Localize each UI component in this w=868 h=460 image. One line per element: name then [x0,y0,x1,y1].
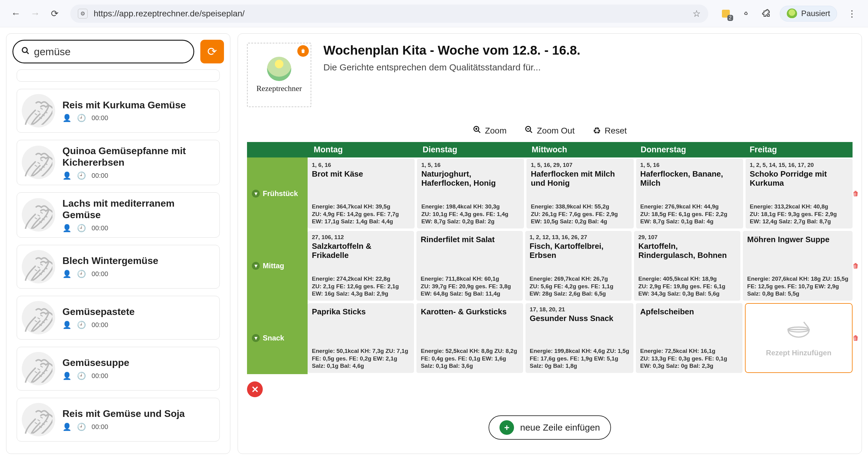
allergen-codes: 1, 5, 16 [421,162,520,168]
extensions-icon[interactable] [760,7,772,20]
recipe-card[interactable]: Gemüsepastete👤🕘00:00 [17,296,220,340]
bookmark-icon[interactable]: ☆ [692,8,701,19]
reload-button[interactable]: ⟳ [48,7,61,20]
delete-row-button[interactable] [851,189,861,198]
zoom-out-button[interactable]: Zoom Out [525,125,574,136]
address-bar[interactable]: ⚙ https://app.rezeptrechner.de/speisepla… [70,4,708,23]
nutrition-block: Energie: 72,5kcal KH: 16,1gZU: 13,3g FE:… [640,347,738,370]
person-icon: 👤 [62,114,71,122]
allergen-codes: 17, 18, 20, 21 [530,306,629,313]
add-recipe-cell[interactable]: Rezept Hinzufügen [745,303,852,373]
allergen-codes: 1, 5, 16, 29, 107 [531,162,629,168]
plan-title[interactable]: Wochenplan Kita - Woche vom 12.8. - 16.8… [323,43,852,58]
recipe-thumb-icon [22,352,55,385]
dish-name: Gesunder Nuss Snack [530,314,629,323]
meal-cell[interactable]: 17, 18, 20, 21Gesunder Nuss SnackEnergie… [526,303,633,373]
nutrition-block: Energie: 52,5kcal KH: 8,8g ZU: 8,2gFE: 0… [421,347,519,370]
recipe-meta: 👤🕘00:00 [62,270,212,278]
dish-name: Haferflocken mit Milch und Honig [531,170,629,188]
close-fab[interactable]: ✕ [247,381,263,397]
profile-chip[interactable]: Pausiert [780,6,837,22]
zoom-reset-button[interactable]: ♻ Reset [593,125,627,136]
url-text: https://app.rezeptrechner.de/speiseplan/ [94,9,245,19]
person-icon: 👤 [62,270,71,278]
clock-icon: 🕘 [77,114,86,122]
person-icon: 👤 [62,372,71,380]
recipe-sidebar: ⟳ Reis mit Kurkuma Gemüse👤🕘00:00Quinoa G… [6,33,230,454]
allergen-codes: 27, 106, 112 [312,234,410,240]
dish-name: Möhren Ingwer Suppe [747,235,848,244]
recycle-icon[interactable]: ♻ [740,7,752,20]
meal-cell[interactable]: 27, 106, 112Salzkartoffeln & FrikadelleE… [308,231,414,301]
clock-icon: 🕘 [77,372,86,380]
delete-logo-button[interactable] [297,45,309,57]
meal-cell[interactable]: 1, 6, 16Brot mit KäseEnergie: 364,7kcal … [308,159,414,229]
day-header: Dienstag [417,142,526,157]
recipe-card[interactable]: Reis mit Gemüse und Soja👤🕘00:00 [17,398,220,441]
plan-grid: MontagDienstagMittwochDonnerstagFreitag … [247,142,852,374]
meal-cell[interactable]: Paprika SticksEnergie: 50,1kcal KH: 7,3g… [308,303,414,373]
recipe-card[interactable]: Lachs mit mediterranem Gemüse👤🕘00:00 [17,192,220,237]
meal-cell[interactable]: Karotten- & GurksticksEnergie: 52,5kcal … [416,303,523,373]
add-recipe-label: Rezept Hinzufügen [766,349,831,357]
allergen-codes: 1, 2, 12, 13, 16, 26, 27 [529,234,627,240]
recipe-card-partial[interactable] [17,69,220,82]
add-row-button[interactable]: + neue Zeile einfügen [489,415,611,440]
zoom-in-button[interactable]: Zoom [473,125,507,136]
dish-name: Fisch, Kartoffelbrei, Erbsen [529,242,627,260]
recipe-meta: 👤🕘00:00 [62,171,212,180]
refresh-recipes-button[interactable]: ⟳ [200,40,224,63]
person-icon: 👤 [62,224,71,232]
profile-status: Pausiert [801,9,830,18]
recipe-title: Gemüsepastete [62,306,212,317]
forward-button[interactable]: → [29,7,42,20]
meal-cell[interactable]: 1, 2, 5, 14, 15, 16, 17, 20Schoko Porrid… [746,159,852,229]
allergen-codes: 1, 2, 5, 14, 15, 16, 17, 20 [750,162,848,168]
recipe-card[interactable]: Gemüsesuppe👤🕘00:00 [17,347,220,391]
recipe-meta: 👤🕘00:00 [62,224,212,232]
row-label[interactable]: ▾Frühstück [247,157,308,230]
plan-subtitle[interactable]: Die Gerichte entsprechen dem Qualitätsst… [323,62,852,73]
svg-point-0 [23,47,27,52]
recipe-title: Reis mit Kurkuma Gemüse [62,99,212,111]
recipe-card[interactable]: Quinoa Gemüsepfanne mit Kichererbsen👤🕘00… [17,140,220,185]
nutrition-block: Energie: 274,2kcal KH: 22,8gZU: 2,1g FE:… [312,275,410,298]
dish-name: Haferflocken, Banane, Milch [641,170,739,188]
meal-cell[interactable]: 1, 5, 16Haferflocken, Banane, MilchEnerg… [636,159,743,229]
meal-cell[interactable]: 1, 5, 16, 29, 107Haferflocken mit Milch … [526,159,633,229]
back-button[interactable]: ← [9,7,23,20]
meal-cell[interactable]: 1, 2, 12, 13, 16, 26, 27Fisch, Kartoffel… [525,231,631,301]
recipe-list[interactable]: Reis mit Kurkuma Gemüse👤🕘00:00Quinoa Gem… [12,69,224,454]
delete-row-button[interactable] [851,261,861,271]
chevron-down-icon[interactable]: ▾ [252,262,260,270]
plan-row: ▾SnackPaprika SticksEnergie: 50,1kcal KH… [247,302,852,374]
meal-cell[interactable]: 1, 5, 16Naturjoghurt, Haferflocken, Honi… [417,159,524,229]
recipe-title: Lachs mit mediterranem Gemüse [62,198,212,221]
recipe-card[interactable]: Reis mit Kurkuma Gemüse👤🕘00:00 [17,89,220,133]
nutrition-block: Energie: 207,6kcal KH: 18g ZU: 15,5gFE: … [747,275,848,298]
svg-line-7 [530,131,532,133]
recipe-card[interactable]: Blech Wintergemüse👤🕘00:00 [17,245,220,289]
delete-row-button[interactable] [851,333,861,343]
row-label[interactable]: ▾Mittag [247,230,308,302]
plan-logo-box[interactable]: Rezeptrechner [247,43,311,107]
meal-cell[interactable]: ApfelscheibenEnergie: 72,5kcal KH: 16,1g… [636,303,742,373]
zoom-in-icon [473,125,481,136]
meal-cell[interactable]: Möhren Ingwer SuppeEnergie: 207,6kcal KH… [743,231,852,301]
chevron-down-icon[interactable]: ▾ [252,190,260,198]
meal-cell[interactable]: Rinderfilet mit SalatEnergie: 711,8kcal … [416,231,523,301]
search-input[interactable] [34,46,185,58]
collections-icon[interactable]: 2 [720,7,732,20]
recipe-time: 00:00 [92,114,108,122]
dish-name: Kartoffeln, Rindergulasch, Bohnen [638,242,736,260]
row-label[interactable]: ▾Snack [247,302,308,374]
site-info-icon[interactable]: ⚙ [78,9,88,19]
nutrition-block: Energie: 198,4kcal KH: 30,3gZU: 10,1g FE… [421,203,520,226]
plan-editor: Rezeptrechner Wochenplan Kita - Woche vo… [238,33,862,454]
browser-menu-button[interactable]: ⋮ [845,8,859,19]
recipe-meta: 👤🕘00:00 [62,423,212,431]
chevron-down-icon[interactable]: ▾ [252,334,260,342]
nutrition-block: Energie: 313,2kcal KH: 40,8gZU: 18,1g FE… [750,203,848,226]
recipe-time: 00:00 [92,270,108,278]
meal-cell[interactable]: 29, 107Kartoffeln, Rindergulasch, Bohnen… [634,231,740,301]
